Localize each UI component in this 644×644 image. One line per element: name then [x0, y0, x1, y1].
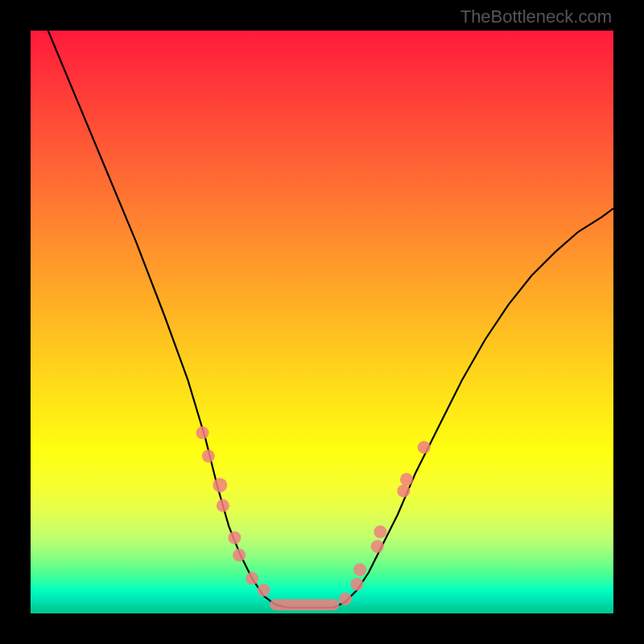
data-point: [400, 473, 413, 485]
data-point: [350, 578, 363, 591]
data-point: [233, 549, 246, 562]
data-point: [213, 478, 227, 493]
data-point: [418, 441, 431, 454]
chart-svg: [31, 31, 613, 613]
data-point: [258, 584, 270, 597]
data-point: [374, 526, 386, 539]
data-points-group: [196, 427, 431, 605]
chart-plot-area: [31, 31, 613, 613]
curve-left-branch: [48, 31, 287, 608]
data-point: [339, 592, 352, 605]
watermark-text: TheBottleneck.com: [460, 6, 612, 27]
data-point: [217, 499, 229, 512]
data-point: [202, 450, 215, 463]
data-point: [196, 427, 209, 440]
data-point: [353, 564, 366, 576]
data-point: [246, 572, 258, 585]
data-point: [397, 485, 410, 497]
curve-group: [48, 31, 613, 608]
data-point: [371, 540, 384, 553]
data-point: [228, 531, 241, 544]
